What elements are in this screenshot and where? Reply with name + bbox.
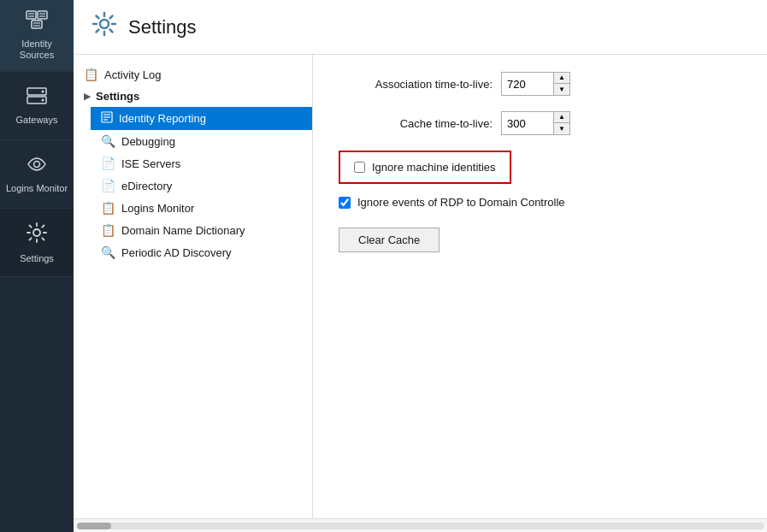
svg-point-14 [33, 229, 40, 236]
sidebar-item-gateways[interactable]: Gateways [0, 72, 74, 140]
sidebar: Identity Sources Gateways Logins Monitor [0, 0, 74, 532]
edirectory-icon: 📄 [101, 179, 115, 192]
ignore-machine-label: Ignore machine identities [372, 161, 496, 174]
association-ttl-label: Association time-to-live: [339, 78, 493, 91]
edirectory-label: eDirectory [121, 180, 172, 192]
header: Settings [74, 0, 767, 55]
svg-rect-0 [27, 11, 36, 19]
association-ttl-input[interactable] [502, 73, 553, 95]
ignore-rdp-row: Ignore events of RDP to Domain Controlle [339, 196, 741, 209]
svg-point-15 [100, 20, 109, 28]
expand-arrow: ▶ [84, 92, 91, 101]
ignore-rdp-checkbox[interactable] [339, 197, 351, 209]
tree-children: Identity Reporting 🔍 Debugging 📄 ISE Ser… [74, 107, 312, 263]
cache-ttl-label: Cache time-to-live: [339, 117, 493, 130]
periodic-ad-discovery-label: Periodic AD Discovery [121, 246, 232, 259]
association-ttl-spinbox[interactable]: ▲ ▼ [501, 72, 570, 96]
svg-point-11 [42, 90, 44, 92]
svg-rect-6 [32, 21, 42, 28]
svg-point-13 [34, 161, 40, 167]
association-ttl-down[interactable]: ▼ [554, 84, 569, 95]
cache-ttl-up[interactable]: ▲ [554, 112, 569, 123]
settings-section-label: Settings [96, 90, 139, 103]
tree-item-activity-log[interactable]: 📋 Activity Log [74, 63, 312, 86]
debugging-icon: 🔍 [101, 134, 115, 148]
association-ttl-row: Association time-to-live: ▲ ▼ [339, 72, 741, 96]
ise-servers-label: ISE Servers [121, 157, 180, 170]
sidebar-item-label-identity-sources: Identity Sources [5, 38, 68, 61]
identity-sources-icon [26, 10, 48, 34]
svg-point-12 [42, 98, 44, 101]
sidebar-item-label-gateways: Gateways [16, 115, 58, 126]
activity-log-label: Activity Log [104, 68, 161, 81]
gateways-icon [26, 86, 48, 110]
cache-ttl-row: Cache time-to-live: ▲ ▼ [339, 111, 741, 135]
identity-reporting-icon [101, 111, 113, 126]
svg-rect-3 [38, 11, 47, 19]
scrollbar-area [74, 518, 767, 532]
sidebar-item-logins-monitor[interactable]: Logins Monitor [0, 140, 74, 209]
clear-cache-button[interactable]: Clear Cache [339, 228, 440, 252]
scrollbar-track[interactable] [77, 523, 764, 529]
page-title: Settings [128, 16, 197, 38]
tree-item-edirectory[interactable]: 📄 eDirectory [91, 174, 312, 197]
ignore-machine-checkbox[interactable] [354, 162, 365, 173]
sidebar-item-label-settings: Settings [20, 253, 54, 264]
tree-item-debugging[interactable]: 🔍 Debugging [91, 130, 312, 152]
cache-ttl-down[interactable]: ▼ [554, 123, 569, 134]
cache-ttl-input[interactable] [502, 112, 553, 134]
logins-monitor-tree-icon: 📋 [101, 201, 115, 215]
content-layout: 📋 Activity Log ▶ Settings [74, 55, 767, 518]
identity-reporting-label: Identity Reporting [119, 112, 206, 125]
tree-panel: 📋 Activity Log ▶ Settings [74, 55, 313, 518]
main-content: Settings 📋 Activity Log ▶ Settings [74, 0, 767, 532]
sidebar-item-identity-sources[interactable]: Identity Sources [0, 0, 74, 72]
sidebar-item-settings[interactable]: Settings [0, 209, 74, 277]
ignore-rdp-label: Ignore events of RDP to Domain Controlle [357, 196, 565, 209]
cache-ttl-spinbox[interactable]: ▲ ▼ [501, 111, 570, 135]
domain-name-dictionary-icon: 📋 [101, 223, 115, 237]
debugging-label: Debugging [121, 135, 175, 148]
tree-item-periodic-ad-discovery[interactable]: 🔍 Periodic AD Discovery [91, 241, 312, 263]
cache-ttl-buttons: ▲ ▼ [553, 112, 569, 134]
tree-item-identity-reporting[interactable]: Identity Reporting [91, 107, 312, 130]
header-gear-icon [91, 10, 118, 44]
settings-panel: Association time-to-live: ▲ ▼ Cache time… [313, 55, 767, 518]
association-ttl-up[interactable]: ▲ [554, 73, 569, 84]
logins-monitor-tree-label: Logins Monitor [121, 202, 194, 215]
association-ttl-buttons: ▲ ▼ [553, 73, 569, 95]
periodic-ad-discovery-icon: 🔍 [101, 245, 115, 259]
settings-icon [26, 222, 48, 249]
logins-monitor-icon [26, 155, 48, 179]
settings-section-header[interactable]: ▶ Settings [74, 86, 312, 107]
sidebar-item-label-logins-monitor: Logins Monitor [6, 183, 68, 194]
ignore-machine-identities-container: Ignore machine identities [339, 151, 511, 184]
ise-servers-icon: 📄 [101, 157, 115, 170]
tree-item-domain-name-dictionary[interactable]: 📋 Domain Name Dictionary [91, 219, 312, 241]
scrollbar-thumb [77, 523, 111, 529]
domain-name-dictionary-label: Domain Name Dictionary [121, 224, 245, 237]
tree-item-ise-servers[interactable]: 📄 ISE Servers [91, 152, 312, 174]
tree-item-logins-monitor[interactable]: 📋 Logins Monitor [91, 197, 312, 219]
activity-log-icon: 📋 [84, 68, 98, 81]
